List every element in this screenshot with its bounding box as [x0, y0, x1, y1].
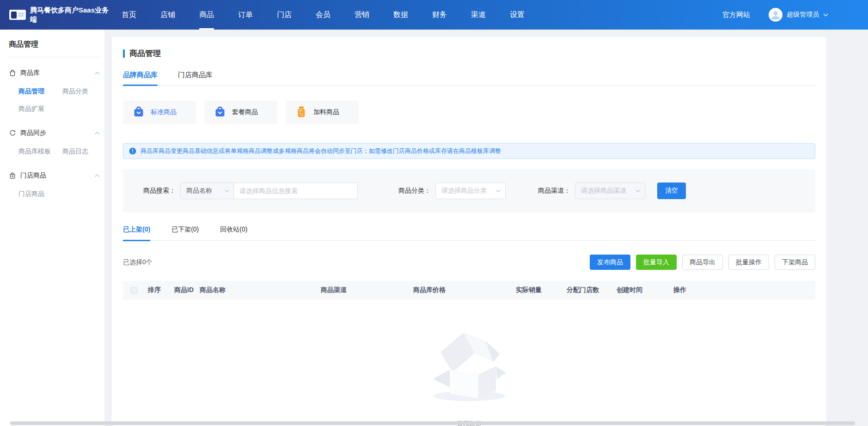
select-all-checkbox[interactable]: [130, 287, 137, 294]
nav-item-stores[interactable]: 门店: [265, 0, 304, 30]
chevron-up-icon[interactable]: [94, 71, 100, 75]
nav-item-goods[interactable]: 商品: [187, 0, 226, 30]
horizontal-scrollbar-thumb[interactable]: [10, 421, 855, 425]
selection-row: 已选择0个 发布商品 批量导入 商品导出 批量操作 下架商品: [123, 255, 815, 270]
sidebar-group-goods-library: 商品库 商品管理 商品分类 商品扩展: [0, 68, 104, 117]
tab-store-library[interactable]: 门店商品库: [178, 71, 213, 85]
chevron-down-icon: [496, 189, 501, 193]
export-products-button[interactable]: 商品导出: [682, 255, 723, 270]
publish-product-button[interactable]: 发布商品: [590, 255, 630, 270]
batch-operation-button[interactable]: 批量操作: [728, 255, 769, 270]
type-card-label: 套餐商品: [232, 108, 258, 116]
category-placeholder: 请选择商品分类: [441, 187, 487, 195]
page-title: 商品管理: [129, 48, 161, 59]
sidebar-item-goods-management[interactable]: 商品管理: [18, 82, 62, 100]
search-field-select[interactable]: 商品名称: [180, 183, 234, 199]
bag-icon: [9, 69, 16, 77]
navbar-right: 官方网站 超级管理员: [722, 8, 868, 22]
nav-item-finance[interactable]: 财务: [420, 0, 459, 30]
sidebar-item-goods-extension[interactable]: 商品扩展: [18, 100, 62, 117]
sidebar-group-label: 商品同步: [20, 129, 46, 137]
tab-off-shelf[interactable]: 已下架(0): [171, 225, 199, 240]
nav-item-home[interactable]: 首页: [110, 0, 148, 30]
chevron-up-icon[interactable]: [94, 131, 100, 135]
batch-import-button[interactable]: 批量导入: [636, 255, 677, 270]
remove-from-shelf-button[interactable]: 下架商品: [775, 255, 815, 270]
chevron-up-icon[interactable]: [94, 174, 100, 177]
nav-item-members[interactable]: 会员: [304, 0, 342, 30]
tab-recycle-bin[interactable]: 回收站(0): [220, 225, 247, 240]
column-header-operations: 操作: [673, 286, 815, 294]
column-header-created-time: 创建时间: [617, 286, 673, 294]
type-card-label: 标准商品: [151, 108, 177, 116]
brand-title: 腾马餐饮多商户Saas业务端: [30, 6, 110, 24]
bag-badge-icon: [214, 106, 226, 119]
avatar: [769, 8, 782, 22]
channel-placeholder: 请选择商品渠道: [581, 187, 626, 195]
title-accent-bar: [123, 49, 125, 58]
brand-logo: [9, 10, 26, 20]
brand-logo-glyph: [11, 12, 17, 18]
main-area: 商品管理 品牌商品库 门店商品库 标准商品: [104, 30, 868, 426]
nav-item-marketing[interactable]: 营销: [342, 0, 381, 30]
tab-on-shelf[interactable]: 已上架(0): [123, 225, 150, 240]
nav-item-shop[interactable]: 店铺: [148, 0, 187, 30]
sidebar-title: 商品管理: [0, 40, 104, 49]
user-menu[interactable]: 超级管理员: [769, 8, 828, 22]
sidebar-group-label: 门店商品: [20, 171, 46, 180]
sidebar-group-store-goods: 门店商品 门店商品: [0, 171, 104, 202]
type-card-combo-product[interactable]: 套餐商品: [204, 101, 277, 124]
store-bag-icon: [9, 172, 16, 179]
type-card-addon-product[interactable]: 加料商品: [286, 101, 359, 124]
brand: 腾马餐饮多商户Saas业务端: [0, 6, 110, 24]
column-header-actual-sales: 实际销量: [516, 286, 567, 294]
sidebar: 商品管理 商品库 商品管理 商品分类 商品扩展: [0, 30, 104, 426]
sidebar-item-goods-log[interactable]: 商品日志: [62, 142, 104, 160]
jar-icon: [295, 106, 307, 119]
clear-button[interactable]: 清空: [657, 183, 686, 199]
top-navbar: 腾马餐饮多商户Saas业务端 首页 店铺 商品 订单 门店 会员 营销 数据 财…: [0, 0, 868, 30]
sidebar-group-header-goods-sync[interactable]: 商品同步: [0, 128, 104, 138]
sidebar-group-header-goods-library[interactable]: 商品库: [0, 68, 104, 78]
sidebar-group-header-store-goods[interactable]: 门店商品: [0, 171, 104, 180]
type-card-standard-product[interactable]: 标准商品: [123, 101, 196, 124]
sidebar-group-items: 商品管理 商品分类 商品扩展: [0, 82, 104, 117]
column-header-channel: 商品渠道: [321, 286, 413, 294]
selected-count-text: 已选择0个: [123, 258, 153, 267]
sidebar-group-goods-sync: 商品同步 商品库模板 商品日志: [0, 128, 104, 160]
product-type-cards: 标准商品 套餐商品: [123, 101, 815, 124]
nav-item-settings[interactable]: 设置: [498, 0, 537, 30]
action-buttons: 发布商品 批量导入 商品导出 批量操作 下架商品: [590, 255, 815, 270]
category-label: 商品分类：: [398, 187, 431, 195]
sidebar-item-library-template[interactable]: 商品库模板: [18, 142, 62, 160]
sidebar-item-goods-category[interactable]: 商品分类: [62, 82, 104, 100]
sidebar-item-store-goods[interactable]: 门店商品: [18, 185, 62, 202]
type-card-label: 加料商品: [313, 108, 339, 116]
official-site-link[interactable]: 官方网站: [722, 11, 750, 19]
channel-label: 商品渠道：: [538, 187, 570, 195]
column-header-library-price: 商品库价格: [413, 286, 516, 294]
category-select[interactable]: 请选择商品分类: [435, 183, 506, 199]
sidebar-divider: [9, 57, 101, 57]
info-icon: [129, 147, 136, 155]
search-label: 商品搜索：: [143, 187, 176, 195]
tab-brand-library[interactable]: 品牌商品库: [123, 71, 158, 85]
user-icon: [769, 8, 782, 22]
nav-item-orders[interactable]: 订单: [226, 0, 265, 30]
search-input[interactable]: [234, 183, 358, 199]
sidebar-group-items: 门店商品: [0, 185, 104, 202]
column-header-product-id: 商品ID: [174, 286, 200, 294]
filter-bar: 商品搜索： 商品名称 商品分类： 请选择商品分类 商品渠道：: [123, 169, 815, 213]
empty-box-illustration: [423, 323, 515, 402]
chevron-down-icon: [636, 189, 640, 193]
sync-notice-banner: 商品库商品变更商品基础信息或将单规格商品调整成多规格商品将会自动同步至门店；如需…: [123, 143, 815, 159]
sidebar-group-items: 商品库模板 商品日志: [0, 142, 104, 160]
bag-badge-icon: [133, 106, 145, 119]
nav-item-data[interactable]: 数据: [381, 0, 420, 30]
nav-item-channels[interactable]: 渠道: [459, 0, 498, 30]
status-tabs: 已上架(0) 已下架(0) 回收站(0): [123, 225, 815, 241]
column-header-assigned-stores: 分配门店数: [567, 286, 617, 294]
search-field-value: 商品名称: [186, 187, 212, 195]
channel-select[interactable]: 请选择商品渠道: [575, 183, 645, 199]
empty-state: 暂无数据: [123, 323, 815, 426]
